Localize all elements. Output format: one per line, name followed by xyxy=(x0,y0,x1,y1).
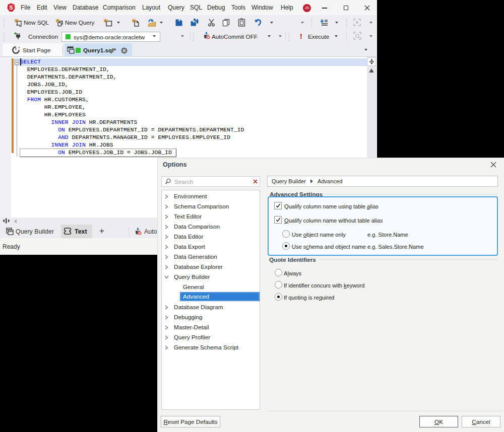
svg-text:S: S xyxy=(9,5,13,11)
